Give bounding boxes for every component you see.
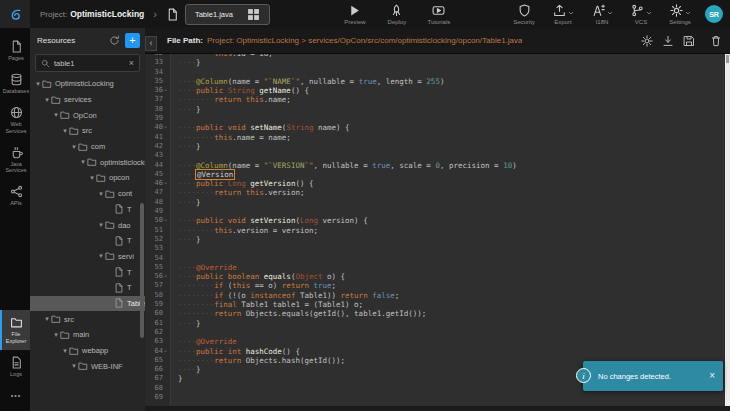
tree-file-table1-java[interactable]: Table1.java — [30, 296, 145, 312]
tree-expand-arrow-icon[interactable]: ▾ — [97, 221, 105, 229]
code-line[interactable]: ····public Long getVersion() { — [178, 179, 725, 188]
collapse-panel-button[interactable]: ‹ — [145, 36, 157, 51]
panel-scrollbar[interactable] — [140, 203, 144, 338]
tree-folder-optimisticlocking[interactable]: ▾OptimisticLocking — [30, 76, 145, 92]
tree-folder-opcon[interactable]: ▾OpCon — [30, 107, 145, 123]
sidebar-item-java-services[interactable]: Java Services — [0, 140, 30, 180]
tree-folder-optimisticlocking[interactable]: ▾optimisticlocking — [30, 154, 145, 170]
sidebar-item-more[interactable]: ••• — [0, 383, 30, 407]
code-line[interactable]: ········this.name = name; — [178, 133, 725, 142]
fold-marker-icon[interactable]: - — [163, 86, 168, 95]
code-line[interactable]: ····@Override — [178, 337, 725, 346]
code-line[interactable]: ····} — [178, 58, 725, 67]
sidebar-item-web-services[interactable]: Web Services — [0, 100, 30, 140]
code-line[interactable]: ········final Table1 table1 = (Table1) o… — [178, 300, 725, 309]
tree-expand-arrow-icon[interactable]: ▾ — [43, 96, 51, 104]
action-vcs[interactable]: VCS — [628, 4, 654, 25]
refresh-icon[interactable] — [108, 35, 120, 47]
tree-expand-arrow-icon[interactable]: ▾ — [97, 252, 105, 260]
tree-expand-arrow-icon[interactable]: ▾ — [61, 347, 69, 355]
tree-folder-webapp[interactable]: ▾webapp — [30, 343, 145, 359]
code-line[interactable] — [178, 151, 725, 160]
code-line[interactable]: ········return this.name; — [178, 95, 725, 104]
download-button[interactable] — [662, 35, 674, 47]
save-button[interactable] — [683, 35, 695, 47]
code-line[interactable]: ····} — [178, 105, 725, 114]
code-line[interactable]: ········if (this == o) return true; — [178, 281, 725, 290]
add-resource-button[interactable]: + — [125, 33, 140, 48]
code-editor[interactable]: 3233343536-37383940-414243444546-4748495… — [145, 54, 730, 406]
fold-marker-icon[interactable]: - — [163, 179, 168, 188]
clear-search-icon[interactable]: × — [129, 59, 134, 68]
code-line[interactable]: ····public int hashCode() { — [178, 347, 725, 356]
action-security[interactable]: Security — [511, 4, 537, 25]
tree-folder-web-inf[interactable]: ▾WEB-INF — [30, 358, 145, 374]
fold-marker-icon[interactable]: - — [163, 272, 168, 281]
action-i18n[interactable]: I18N — [589, 4, 615, 25]
action-export[interactable]: Export — [550, 4, 576, 25]
tree-expand-arrow-icon[interactable]: ▾ — [70, 362, 78, 370]
action-tutorials[interactable]: Tutorials — [426, 4, 452, 25]
tree-expand-arrow-icon[interactable]: ▾ — [43, 315, 51, 323]
code-line[interactable] — [178, 328, 725, 337]
tree-folder-dao[interactable]: ▾dao — [30, 217, 145, 233]
code-line[interactable]: ····public String getName() { — [178, 86, 725, 95]
code-line[interactable] — [178, 114, 725, 123]
tree-file-t[interactable]: T — [30, 233, 145, 249]
action-deploy[interactable]: Deploy — [384, 4, 410, 25]
code-line[interactable]: ········return this.version; — [178, 188, 725, 197]
tree-file-t[interactable]: T — [30, 280, 145, 296]
code-line[interactable]: ········if (!(o instanceof Table1)) retu… — [178, 291, 725, 300]
code-line[interactable]: ····} — [178, 198, 725, 207]
tree-folder-main[interactable]: ▾main — [30, 327, 145, 343]
code-line[interactable]: ····@Version — [178, 170, 725, 179]
tree-folder-src[interactable]: ▾src — [30, 311, 145, 327]
code-line[interactable]: ····} — [178, 235, 725, 244]
tree-folder-services[interactable]: ▾services — [30, 92, 145, 108]
tree-folder-src[interactable]: ▾src — [30, 123, 145, 139]
code-line[interactable]: ····@Override — [178, 263, 725, 272]
editor-settings-button[interactable] — [641, 35, 653, 47]
code-line[interactable]: ····public boolean equals(Object o) { — [178, 272, 725, 281]
sidebar-item-databases[interactable]: Databases — [0, 67, 30, 100]
tree-file-t[interactable]: T — [30, 202, 145, 218]
scrollbar-thumb[interactable] — [726, 55, 729, 63]
action-preview[interactable]: Preview — [342, 4, 368, 25]
tree-file-t[interactable]: T — [30, 264, 145, 280]
user-avatar[interactable]: SR — [705, 5, 723, 23]
tree-folder-cont[interactable]: ▾cont — [30, 186, 145, 202]
code-line[interactable]: ····public void setName(String name) { — [178, 123, 725, 132]
open-file-tab[interactable]: Table1.java — [166, 4, 270, 25]
code-line[interactable]: ········return Objects.equals(getId(), t… — [178, 309, 725, 318]
code-line[interactable] — [178, 207, 725, 216]
editor-horizontal-scrollbar[interactable] — [145, 406, 730, 411]
sidebar-item-pages[interactable]: Pages — [0, 34, 30, 67]
tree-expand-arrow-icon[interactable]: ▾ — [88, 174, 96, 182]
code-line[interactable] — [178, 68, 725, 77]
app-logo[interactable] — [0, 0, 30, 28]
toast-close-icon[interactable]: × — [709, 371, 715, 381]
sidebar-item-apis[interactable]: APIs — [0, 179, 30, 212]
tree-expand-arrow-icon[interactable]: ▾ — [52, 331, 60, 339]
code-pane[interactable]: ········this.id = id;····}····@Column(na… — [171, 54, 725, 406]
tree-expand-arrow-icon[interactable]: ▾ — [52, 111, 60, 119]
fold-marker-icon[interactable]: - — [163, 347, 168, 356]
tree-folder-com[interactable]: ▾com — [30, 139, 145, 155]
sidebar-item-file-explorer[interactable]: File Explorer — [0, 310, 30, 350]
delete-button[interactable] — [710, 35, 722, 47]
tree-expand-arrow-icon[interactable]: ▾ — [70, 143, 78, 151]
code-line[interactable]: ····} — [178, 142, 725, 151]
code-line[interactable]: ····} — [178, 319, 725, 328]
tree-expand-arrow-icon[interactable]: ▾ — [61, 127, 69, 135]
sidebar-item-logs[interactable]: Logs — [0, 350, 30, 383]
resource-search-input[interactable]: table1 × — [35, 54, 140, 72]
code-line[interactable] — [178, 393, 725, 402]
tree-folder-servi[interactable]: ▾servi — [30, 249, 145, 265]
tree-expand-arrow-icon[interactable]: ▾ — [79, 158, 87, 166]
action-settings[interactable]: Settings — [667, 4, 693, 25]
code-line[interactable] — [178, 244, 725, 253]
fold-marker-icon[interactable]: - — [163, 123, 168, 132]
tree-expand-arrow-icon[interactable]: ▾ — [97, 190, 105, 198]
code-line[interactable]: ····@Column(name = "`NAME`", nullable = … — [178, 77, 725, 86]
tree-expand-arrow-icon[interactable]: ▾ — [34, 80, 42, 88]
